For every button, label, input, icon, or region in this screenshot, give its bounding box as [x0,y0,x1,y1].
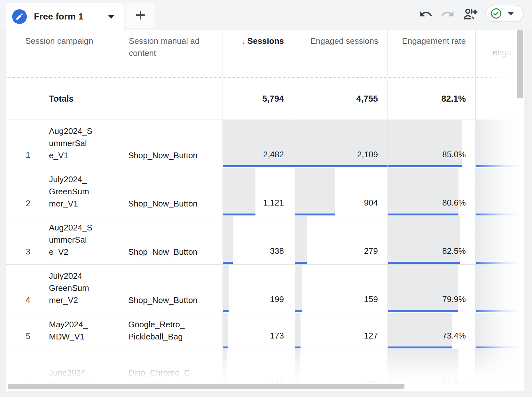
campaign-cell[interactable]: July2024_ GreenSum mer_V2 [49,265,128,313]
engaged-sessions-cell[interactable]: 904 [295,168,387,216]
value-underline-bar [476,346,524,348]
overflow-metric-cell[interactable] [475,349,524,391]
metric-value: 127 [364,331,387,349]
ad-content-cell[interactable]: Google_Retro_ Pickleball_Bag [128,313,223,349]
overflow-metric-cell[interactable] [475,313,524,349]
row-index[interactable]: 4 [6,265,49,313]
heatmap-bar [476,120,524,166]
totals-row: Totals 5,794 4,755 82.1% [6,78,524,120]
campaign-cell[interactable]: Aug2024_S ummerSal e_V1 [49,120,128,168]
table-row[interactable]: 1Aug2024_S ummerSal e_V1Shop_Now_Button2… [6,120,524,168]
engagement-rate-cell[interactable]: 82.5% [387,216,475,264]
overflow-metric-cell[interactable] [475,265,524,313]
campaign-cell[interactable]: Aug2024_S ummerSal e_V2 [49,216,128,264]
chevron-down-icon[interactable] [508,12,514,15]
tab-free-form-1[interactable]: Free form 1 [6,3,124,30]
sessions-cell[interactable]: 173 [223,313,295,349]
tab-strip: Free form 1 + [0,0,532,30]
campaign-value: July2024_ GreenSum mer_V1 [49,173,89,216]
overflow-metric-cell[interactable] [475,216,524,264]
value-underline-bar [476,262,524,264]
campaign-cell[interactable]: May2024_ MDW_V1 [49,313,128,349]
campaign-cell[interactable]: July2024_ GreenSum mer_V1 [49,168,128,216]
share-button[interactable] [461,6,479,22]
engagement-rate-cell[interactable]: 73.4% [387,313,475,349]
engaged-sessions-cell[interactable]: 279 [295,216,387,264]
table-header-row: Session campaign Session manual ad conte… [6,30,524,78]
engaged-sessions-cell[interactable]: 159 [295,265,387,313]
engagement-rate-cell[interactable]: 80.6% [387,168,475,216]
table-row[interactable]: 4July2024_ GreenSum mer_V2Shop_Now_Butto… [6,265,524,313]
heatmap-bar [223,216,233,262]
row-index[interactable]: 2 [6,168,49,216]
header-engaged-sessions[interactable]: Engaged sessions [295,35,378,47]
heatmap-bar [295,265,302,310]
value-underline-bar [223,346,228,348]
heatmap-bar [476,216,524,262]
metric-value: 82.5% [442,246,475,264]
value-underline-bar [476,214,524,215]
sessions-cell[interactable]: 199 [223,265,295,313]
header-session-campaign[interactable]: Session campaign [25,35,93,47]
row-index[interactable]: 3 [6,216,49,264]
value-underline-bar [295,262,307,264]
overflow-metric-cell[interactable] [475,168,524,216]
heatmap-bar [295,168,335,214]
heatmap-bar [476,168,524,214]
engaged-sessions-cell[interactable]: 127 [295,313,387,349]
heatmap-bar [295,313,301,347]
header-sessions-sorted[interactable]: ↓Sessions [223,35,284,47]
value-underline-bar [295,214,335,215]
engaged-sessions-cell[interactable]: 2,109 [295,120,387,168]
campaign-value: July2024_ GreenSum mer_V2 [49,270,89,313]
heatmap-bar [476,313,524,347]
heatmap-bar [476,265,524,310]
sort-descending-icon: ↓ [242,36,246,45]
metric-value: 199 [270,294,295,313]
metric-value: 73.4% [442,331,475,349]
engagement-rate-cell[interactable]: 79.9% [387,265,475,313]
sessions-cell[interactable]: 1,121 [223,168,295,216]
horizontal-scrollbar-thumb[interactable] [8,384,404,389]
header-engagement-rate[interactable]: Engagement rate [387,35,466,47]
plus-icon: + [135,6,146,24]
table-row[interactable]: 5May2024_ MDW_V1Google_Retro_ Pickleball… [6,313,524,349]
sessions-cell[interactable]: 2,482 [223,120,295,168]
heatmap-bar [223,168,255,214]
redo-button[interactable] [440,6,455,22]
sessions-cell[interactable]: 338 [223,216,295,264]
metric-value: 2,482 [263,150,295,168]
row-index[interactable]: 5 [6,313,49,349]
totals-engaged-sessions: 4,755 [356,94,387,104]
row-index[interactable]: 1 [6,120,49,168]
metric-value: 279 [364,246,387,264]
redo-icon [441,7,455,21]
chevron-down-icon[interactable] [108,15,115,19]
header-partial-offscreen: enga [493,46,511,58]
campaign-value: Aug2024_S ummerSal e_V2 [49,222,92,264]
engagement-rate-cell[interactable]: 85.0% [387,120,475,168]
add-tab-button[interactable]: + [125,3,155,28]
metric-value: 173 [270,331,295,349]
totals-engagement-rate: 82.1% [441,94,475,104]
ad-content-cell[interactable]: Shop_Now_Button [128,265,223,313]
campaign-value: May2024_ MDW_V1 [49,318,88,349]
metric-value: 80.5% [442,379,475,391]
tab-label: Free form 1 [34,12,83,22]
totals-sessions: 5,794 [262,94,295,104]
vertical-scrollbar-thumb[interactable] [517,30,523,98]
table-row[interactable]: 3Aug2024_S ummerSal e_V2Shop_Now_Button3… [6,216,524,265]
undo-button[interactable] [418,6,434,22]
ad-content-cell[interactable]: Shop_Now_Button [128,216,223,264]
value-underline-bar [223,214,255,215]
campaign-value: Aug2024_S ummerSal e_V1 [49,125,92,168]
overflow-metric-cell[interactable] [475,120,524,168]
value-underline-bar [295,346,301,348]
edit-pencil-icon [12,9,27,24]
ad-content-cell[interactable]: Shop_Now_Button [128,120,223,168]
table-row[interactable]: 2July2024_ GreenSum mer_V1Shop_Now_Butto… [6,168,524,216]
ad-content-cell[interactable]: Shop_Now_Button [128,168,223,216]
explorations-canvas: Free form 1 + [0,0,532,397]
apply-status-button[interactable] [485,5,524,22]
header-session-manual-ad-content[interactable]: Session manual ad content [129,35,199,59]
